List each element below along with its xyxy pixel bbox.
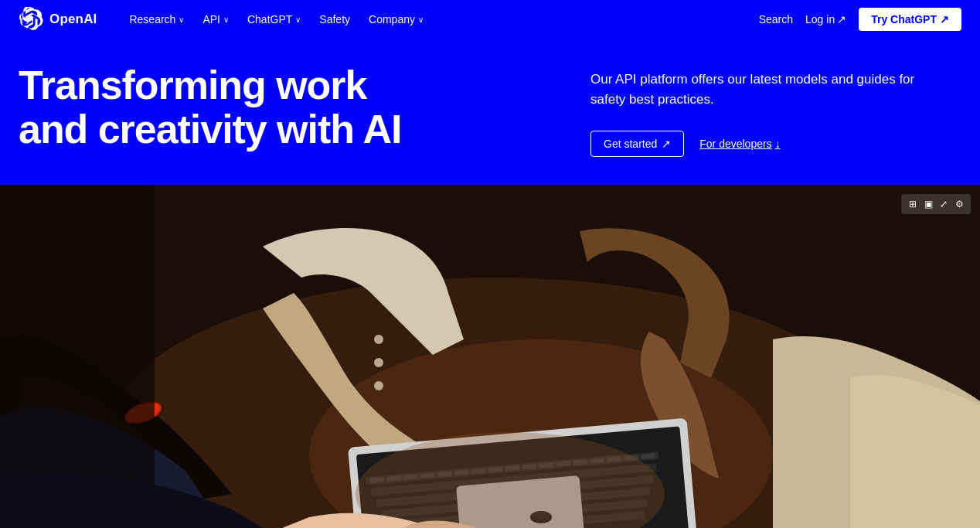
nav-item-chatgpt[interactable]: ChatGPT ∨	[240, 9, 308, 30]
try-chatgpt-button[interactable]: Try ChatGPT ↗	[859, 8, 961, 31]
developers-arrow-icon: ↓	[775, 138, 781, 150]
settings-icon[interactable]: ⚙	[952, 197, 966, 211]
nav-safety-label: Safety	[319, 13, 350, 26]
single-view-icon[interactable]: ▣	[921, 197, 935, 211]
search-button[interactable]: Search	[759, 13, 793, 26]
cta-arrow-icon: ↗	[940, 13, 949, 26]
nav-api-label: API	[202, 13, 220, 26]
svg-point-5	[374, 335, 383, 344]
hero-scene-svg	[0, 185, 980, 528]
company-chevron-icon: ∨	[418, 15, 424, 24]
hero-left: Transforming work and creativity with AI	[19, 63, 544, 152]
brand-name: OpenAI	[49, 12, 97, 27]
hero-image-area: ⊞ ▣ ⤢ ⚙	[0, 185, 980, 528]
hero-description: Our API platform offers our latest model…	[590, 70, 931, 109]
nav-item-company[interactable]: Company ∨	[361, 9, 431, 30]
nav-item-safety[interactable]: Safety	[311, 9, 358, 30]
get-started-label: Get started	[604, 138, 657, 150]
svg-point-7	[374, 381, 383, 390]
expand-icon[interactable]: ⤢	[937, 197, 951, 211]
nav-research-label: Research	[129, 13, 175, 26]
developers-label: For developers	[699, 138, 771, 150]
get-started-button[interactable]: Get started ↗	[590, 131, 684, 157]
for-developers-button[interactable]: For developers ↓	[699, 138, 780, 150]
nav-links: Research ∨ API ∨ ChatGPT ∨ Safety Compan…	[121, 9, 758, 30]
chatgpt-chevron-icon: ∨	[295, 15, 301, 24]
login-arrow-icon: ↗	[837, 13, 846, 26]
hero-right: Our API platform offers our latest model…	[590, 63, 961, 157]
login-button[interactable]: Log in ↗	[805, 13, 846, 26]
nav-company-label: Company	[369, 13, 415, 26]
image-toolbar: ⊞ ▣ ⤢ ⚙	[901, 194, 971, 214]
hero-title: Transforming work and creativity with AI	[19, 63, 420, 152]
nav-chatgpt-label: ChatGPT	[247, 13, 292, 26]
logo[interactable]: OpenAI	[19, 7, 97, 32]
hero-section: Transforming work and creativity with AI…	[0, 39, 980, 185]
openai-logo-icon	[19, 7, 43, 32]
get-started-arrow-icon: ↗	[662, 138, 671, 150]
svg-point-6	[374, 358, 383, 367]
api-chevron-icon: ∨	[223, 15, 229, 24]
nav-right: Search Log in ↗ Try ChatGPT ↗	[759, 8, 961, 31]
nav-item-research[interactable]: Research ∨	[121, 9, 192, 30]
nav-item-api[interactable]: API ∨	[195, 9, 236, 30]
main-nav: OpenAI Research ∨ API ∨ ChatGPT ∨ Safety…	[0, 0, 980, 39]
research-chevron-icon: ∨	[179, 15, 184, 24]
hero-buttons: Get started ↗ For developers ↓	[590, 131, 961, 157]
login-label: Log in	[805, 13, 835, 26]
cta-label: Try ChatGPT	[871, 13, 937, 26]
grid-view-icon[interactable]: ⊞	[906, 197, 920, 211]
